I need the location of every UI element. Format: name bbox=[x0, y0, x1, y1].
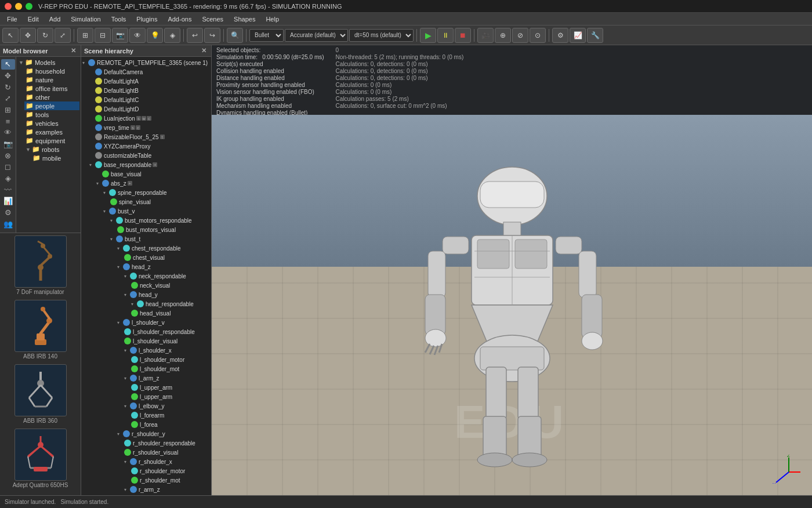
scene-lforearm[interactable]: l_forearm bbox=[131, 411, 210, 420]
robot-thumb-abb140[interactable]: ABB IRB 140 bbox=[2, 300, 78, 360]
toolbar-grid-btn[interactable]: ⊟ bbox=[95, 28, 111, 43]
scene-rshoulder-x[interactable]: ▾ r_shoulder_x bbox=[124, 457, 210, 466]
scene-bust-t[interactable]: ▾ bust_t bbox=[110, 234, 210, 244]
menu-scenes[interactable]: Scenes bbox=[197, 14, 228, 24]
tree-equipment[interactable]: 📁 equipment bbox=[24, 136, 79, 145]
tool-shape[interactable]: ◻ bbox=[1, 162, 15, 172]
toolbar-scale-btn[interactable]: ⤢ bbox=[55, 28, 71, 43]
scene-table[interactable]: customizableTable bbox=[89, 151, 210, 160]
menu-edit[interactable]: Edit bbox=[23, 14, 44, 24]
camera-zoom-btn[interactable]: ⊘ bbox=[512, 28, 528, 43]
stop-btn[interactable]: ⏹ bbox=[455, 28, 471, 43]
scene-bust-v[interactable]: ▾ bust_v bbox=[103, 206, 210, 216]
menu-tools[interactable]: Tools bbox=[107, 14, 131, 24]
scene-rshoulder-resp[interactable]: r_shoulder_respondable bbox=[124, 438, 210, 448]
camera-reset-btn[interactable]: ⊙ bbox=[530, 28, 546, 43]
play-btn[interactable]: ▶ bbox=[420, 28, 436, 43]
toolbar-search-btn[interactable]: 🔍 bbox=[227, 28, 243, 43]
tree-mobile[interactable]: 📁 mobile bbox=[31, 154, 79, 162]
scene-head-y[interactable]: ▾ head_y bbox=[124, 290, 210, 299]
scene-lshoulder-mot[interactable]: l_shoulder_mot bbox=[131, 364, 210, 373]
scene-lightD[interactable]: DefaultLightD bbox=[89, 104, 210, 114]
toolbar-eye-btn[interactable]: 👁 bbox=[129, 28, 146, 43]
toolbar-redo-btn[interactable]: ↪ bbox=[204, 28, 220, 43]
toolbar-snap-btn[interactable]: ⊞ bbox=[77, 28, 93, 43]
tree-office[interactable]: 📁 office items bbox=[24, 84, 79, 93]
scene-lightC[interactable]: DefaultLightC bbox=[89, 95, 210, 104]
viewport[interactable]: Selected objects: Simulation time: 0:00:… bbox=[212, 45, 812, 495]
scene-bust-motors-resp[interactable]: ▾ bust_motors_respondable bbox=[110, 216, 210, 225]
tool-path[interactable]: 〰 bbox=[1, 184, 15, 195]
menu-shapes[interactable]: Shapes bbox=[229, 14, 260, 24]
tool-move[interactable]: ✥ bbox=[1, 71, 15, 81]
tree-tools[interactable]: 📁 tools bbox=[24, 110, 79, 119]
scene-rshoulder-y[interactable]: ▾ r_shoulder_y bbox=[117, 429, 210, 438]
scene-lightB[interactable]: DefaultLightB bbox=[89, 86, 210, 95]
tool-snap2[interactable]: ⊞ bbox=[1, 105, 15, 115]
toolbar-undo-btn[interactable]: ↩ bbox=[187, 28, 203, 43]
window-controls[interactable] bbox=[5, 3, 32, 10]
toolbar-material-btn[interactable]: ◈ bbox=[164, 28, 180, 43]
scene-rupper-arm[interactable]: r_upper_arm bbox=[131, 494, 210, 495]
menu-file[interactable]: File bbox=[2, 14, 22, 24]
scene-lupper-arm[interactable]: l_upper_arm bbox=[131, 383, 210, 392]
close-button[interactable] bbox=[5, 3, 12, 10]
sim-settings-btn[interactable]: ⚙ bbox=[552, 28, 568, 43]
scene-lshoulder-vis[interactable]: l_shoulder_visual bbox=[124, 336, 210, 346]
tree-other[interactable]: 📁 other bbox=[24, 93, 79, 101]
tree-examples[interactable]: 📁 examples bbox=[24, 128, 79, 136]
scene-lupper-arm-vis[interactable]: l_upper_arm bbox=[131, 392, 210, 401]
toolbar-light-btn[interactable]: 💡 bbox=[147, 28, 163, 43]
scene-head-z[interactable]: ▾ head_z bbox=[117, 262, 210, 271]
scene-lightA[interactable]: DefaultLightA bbox=[89, 77, 210, 86]
scene-base-visual[interactable]: base_visual bbox=[96, 169, 210, 179]
scene-head-vis[interactable]: head_visual bbox=[131, 309, 210, 318]
tree-nature[interactable]: 📁 nature bbox=[24, 75, 79, 84]
model-browser-close[interactable]: ✕ bbox=[69, 47, 78, 55]
scene-lforearm-vis[interactable]: l_forea bbox=[131, 420, 210, 429]
scene-root[interactable]: ▾ REMOTE_API_TEMPFILE_3365 (scene 1) bbox=[82, 58, 210, 67]
tool-grid2[interactable]: ≡ bbox=[1, 116, 15, 126]
scene-neck-resp[interactable]: ▾ neck_respondable bbox=[124, 271, 210, 281]
tree-people[interactable]: 📁 people bbox=[24, 101, 79, 110]
tool-users[interactable]: 👥 bbox=[1, 219, 15, 229]
tool-view[interactable]: 👁 bbox=[1, 128, 15, 138]
scene-lshoulder-motor[interactable]: l_shoulder_motor bbox=[131, 355, 210, 364]
tool-sensor[interactable]: ◈ bbox=[1, 173, 15, 184]
pause-btn[interactable]: ⏸ bbox=[437, 28, 454, 43]
scene-neck-vis[interactable]: neck_visual bbox=[131, 281, 210, 290]
tree-household[interactable]: 📁 household bbox=[24, 67, 79, 75]
tree-models[interactable]: ▼ 📁 Models bbox=[17, 58, 79, 67]
minimize-button[interactable] bbox=[15, 3, 22, 10]
scene-rshoulder-mot[interactable]: r_shoulder_mot bbox=[131, 476, 210, 485]
robot-thumb-7dof[interactable]: 7 DoF manipulator bbox=[2, 235, 78, 295]
toolbar-camera-btn[interactable]: 📷 bbox=[112, 28, 128, 43]
tool-rotate[interactable]: ↻ bbox=[1, 82, 15, 92]
scene-xyz-cam[interactable]: XYZCameraProxy bbox=[89, 141, 210, 151]
scene-spine-vis[interactable]: spine_visual bbox=[110, 197, 210, 206]
scene-defaultcam[interactable]: DefaultCamera bbox=[89, 67, 210, 77]
scene-head-resp[interactable]: ▾ head_respondable bbox=[131, 299, 210, 309]
robot-thumb-adept[interactable]: Adept Quattro 650HS bbox=[2, 429, 78, 488]
toolbar-translate-btn[interactable]: ✥ bbox=[20, 28, 36, 43]
scene-base-respondable[interactable]: ▾ base_respondable + bbox=[89, 160, 210, 169]
tree-vehicles[interactable]: 📁 vehicles bbox=[24, 119, 79, 128]
tool-settings2[interactable]: ⚙ bbox=[1, 208, 15, 218]
scene-chest-vis[interactable]: chest_visual bbox=[124, 253, 210, 262]
accuracy-select[interactable]: Accurate (default) Fast bbox=[285, 29, 348, 42]
menu-help[interactable]: Help bbox=[261, 14, 284, 24]
graph-btn[interactable]: 📈 bbox=[570, 28, 586, 43]
scene-vrep-time[interactable]: vrep_time s c bbox=[89, 123, 210, 132]
maximize-button[interactable] bbox=[26, 3, 32, 10]
scene-bust-motors-vis[interactable]: bust_motors_visual bbox=[117, 225, 210, 234]
tree-robots[interactable]: ▼ 📁 robots bbox=[24, 145, 79, 154]
scene-spine-resp[interactable]: ▾ spine_respondable bbox=[103, 188, 210, 197]
camera-orbit-btn[interactable]: ⊕ bbox=[495, 28, 511, 43]
scene-lelbow-y[interactable]: ▾ l_elbow_y bbox=[124, 401, 210, 411]
menu-add[interactable]: Add bbox=[45, 14, 66, 24]
physics-engine-select[interactable]: Bullet ODE Vortex bbox=[249, 29, 284, 42]
tool-graph2[interactable]: 📊 bbox=[1, 196, 15, 206]
menu-plugins[interactable]: Plugins bbox=[132, 14, 162, 24]
inspector-btn[interactable]: 🔧 bbox=[587, 28, 603, 43]
timestep-select[interactable]: dt=50 ms (default) dt=25 ms bbox=[349, 29, 414, 42]
